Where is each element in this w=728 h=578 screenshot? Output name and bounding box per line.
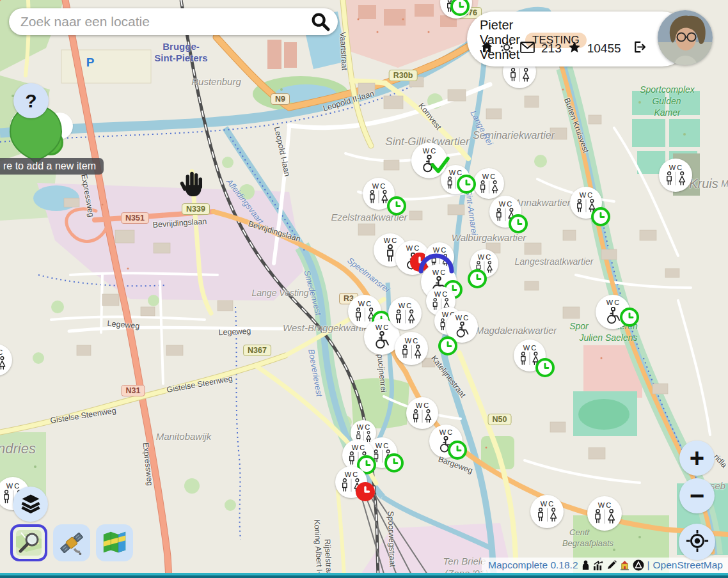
marker-label: WC: [399, 302, 413, 309]
marker-label: WC: [416, 402, 430, 409]
home-icon[interactable]: [480, 40, 494, 57]
toilet-marker[interactable]: WC: [489, 196, 521, 228]
open-hours-badge-open: [384, 453, 404, 473]
marker-label: WC: [598, 501, 612, 509]
toilet-marker[interactable]: WC: [395, 332, 428, 365]
marker-label: WC: [345, 471, 359, 478]
layers-icon: [19, 492, 42, 517]
basemap-satellite-button[interactable]: [53, 524, 90, 561]
star-icon[interactable]: [567, 40, 582, 57]
toilet-marker[interactable]: WC: [440, 0, 472, 19]
attribution-divider: |: [647, 559, 650, 571]
marker-label: WC: [433, 246, 447, 254]
verified-check-badge: [431, 157, 450, 173]
toilet-marker[interactable]: WC: [514, 340, 546, 371]
open-hours-badge-open: [591, 207, 610, 226]
zoom-out-button[interactable]: −: [679, 478, 715, 513]
geolocate-button[interactable]: [679, 524, 715, 560]
toilet-marker[interactable]: WC: [335, 466, 367, 498]
basemap-osm-button[interactable]: [10, 524, 47, 561]
toilet-marker[interactable]: WC: [596, 295, 630, 329]
bottom-accent-bar: [0, 573, 728, 578]
map-canvas[interactable]: Brugge-Sint-PietersPRustenburgSint-Gilli…: [0, 0, 728, 578]
marker-label: WC: [434, 290, 448, 298]
osm-copyright-icon[interactable]: [633, 559, 644, 571]
contributor-icon[interactable]: [582, 560, 590, 570]
help-button[interactable]: ?: [13, 83, 49, 118]
toilet-marker[interactable]: WC: [388, 297, 422, 330]
toilet-marker[interactable]: WC: [587, 496, 622, 531]
marker-label: WC: [482, 173, 496, 180]
open-hours-badge-open: [438, 336, 457, 355]
zoom-in-button[interactable]: +: [679, 441, 715, 476]
open-hours-badge-open: [457, 175, 476, 194]
open-hours-badge-open: [448, 441, 467, 460]
marker-label: WC: [0, 348, 4, 356]
marker-label: WC: [606, 299, 621, 306]
marker-label: WC: [376, 442, 390, 449]
toilet-marker[interactable]: WC: [411, 143, 447, 178]
poi-markers-layer: WCWCWCWCWCWCWCWCWCWCWCWCWCWCWCWCWCWCWCWC…: [0, 0, 728, 578]
attribution-app-version[interactable]: Mapcomplete 0.18.2: [488, 559, 578, 571]
open-hours-badge-open: [468, 269, 487, 288]
hand-cursor-icon: [179, 170, 205, 199]
marker-label: WC: [523, 344, 537, 352]
theme-flag-icon[interactable]: [620, 560, 629, 570]
target-icon: [685, 529, 709, 556]
toilet-marker[interactable]: WC: [0, 344, 12, 376]
marker-label: WC: [405, 337, 419, 345]
toilet-marker[interactable]: WC: [446, 311, 478, 343]
layers-button[interactable]: [13, 487, 48, 522]
marker-label: WC: [358, 300, 372, 308]
attribution-osm-link[interactable]: OpenStreetMap: [653, 559, 723, 571]
attribution-bar: Mapcomplete 0.18.2 | OpenStreetMap: [482, 558, 728, 573]
marker-label: WC: [580, 191, 594, 199]
toilet-marker[interactable]: WC: [473, 168, 504, 199]
open-hours-badge-open: [387, 196, 406, 215]
add-item-tooltip: re to add a new item: [0, 158, 104, 175]
basemap-switcher: [10, 524, 133, 561]
toilet-marker[interactable]: WC: [470, 249, 498, 277]
toilet-marker[interactable]: WC: [363, 178, 395, 210]
stats-icon[interactable]: [593, 561, 603, 570]
messages-count: 213: [541, 42, 562, 56]
edit-pen-icon[interactable]: [606, 560, 617, 570]
marker-label: WC: [499, 200, 513, 208]
open-hours-badge-closed: [356, 482, 375, 501]
settings-gear-icon[interactable]: [500, 40, 514, 57]
open-hours-badge-open: [620, 308, 639, 327]
open-hours-badge-open: [509, 214, 528, 233]
changesets-count: 10455: [587, 42, 621, 56]
marker-label: WC: [478, 253, 492, 261]
marker-label: WC: [406, 244, 420, 252]
marker-label: WC: [423, 147, 437, 155]
marker-label: WC: [541, 500, 555, 508]
basemap-map-button[interactable]: [96, 524, 133, 561]
toilet-marker[interactable]: WC: [659, 159, 692, 192]
marker-label: WC: [376, 324, 390, 331]
search-icon[interactable]: [310, 11, 331, 33]
search-input[interactable]: [9, 14, 310, 29]
marker-label: WC: [6, 482, 20, 490]
toilet-marker[interactable]: WC: [570, 187, 602, 219]
marker-label: WC: [352, 444, 366, 451]
messages-icon[interactable]: [519, 41, 535, 56]
toilet-marker[interactable]: WC: [429, 425, 463, 458]
marker-label: WC: [384, 237, 398, 244]
marker-label: WC: [439, 428, 454, 436]
toilet-marker[interactable]: WC: [406, 397, 438, 429]
marker-label: WC: [372, 182, 386, 190]
toilet-marker[interactable]: WC: [530, 495, 564, 528]
marker-label: WC: [669, 164, 683, 171]
search-bar[interactable]: [9, 8, 338, 35]
marker-label: WC: [455, 314, 470, 322]
marker-label: WC: [432, 269, 447, 276]
marker-label: WC: [357, 423, 371, 431]
logout-icon[interactable]: [632, 40, 647, 57]
open-hours-badge-open: [535, 358, 555, 377]
avatar[interactable]: [658, 10, 713, 65]
